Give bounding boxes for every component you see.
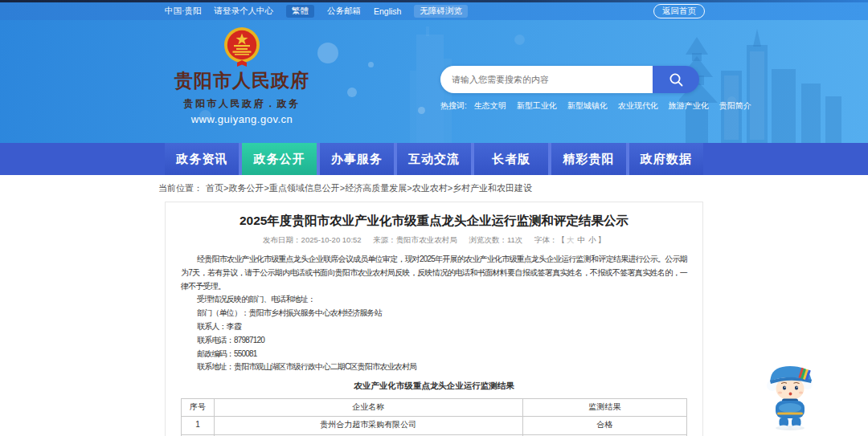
hot-search-word[interactable]: 农业现代化 bbox=[618, 100, 658, 112]
search-area: 热搜词: 生态文明新型工业化新型城镇化农业现代化旅游产业化贵阳简介 bbox=[440, 66, 699, 112]
contact-line: 联系人：李霞 bbox=[181, 320, 687, 334]
contact-line: 联系电话：87987120 bbox=[181, 334, 687, 348]
search-input[interactable] bbox=[440, 66, 653, 93]
city-skyline-pagoda bbox=[679, 22, 868, 143]
font-size-widget: 字体：【大中小】 bbox=[534, 235, 605, 244]
nav-item[interactable]: 政府数据 bbox=[629, 143, 703, 175]
table-header-cell: 企业名称 bbox=[214, 398, 522, 416]
back-home-button[interactable]: 返回首页 bbox=[653, 4, 705, 18]
article-title: 2025年度贵阳市农业产业化市级重点龙头企业运行监测和评定结果公示 bbox=[181, 213, 687, 230]
main-nav-bar: 政务资讯政务公开办事服务互动交流长者版精彩贵阳政府数据 bbox=[0, 143, 868, 175]
breadcrumb: 当前位置： 首页>政务公开>重点领域信息公开>经济高质量发展>农业农村>乡村产业… bbox=[0, 175, 868, 202]
topbar-inner: 中国·贵阳 请登录个人中心 繁體 公务邮箱 English 无障碍浏览 返回首页 bbox=[165, 4, 705, 18]
font-size-option[interactable]: 小 bbox=[588, 235, 596, 244]
bracket-open: 【 bbox=[557, 235, 565, 244]
site-subtitle: 贵阳市人民政府．政务 bbox=[165, 97, 319, 111]
article-card: 2025年度贵阳市农业产业化市级重点龙头企业运行监测和评定结果公示 发布日期：2… bbox=[165, 202, 703, 436]
topbar-traditional-chinese[interactable]: 繁體 bbox=[286, 5, 314, 18]
nav-item[interactable]: 长者版 bbox=[474, 143, 548, 175]
font-size-option[interactable]: 中 bbox=[577, 235, 585, 244]
hot-search-word[interactable]: 旅游产业化 bbox=[669, 100, 709, 112]
nav-item[interactable]: 互动交流 bbox=[397, 143, 471, 175]
publish-date: 发布日期：2025-10-20 10:52 bbox=[263, 235, 362, 244]
nav-item[interactable]: 政务资讯 bbox=[165, 143, 239, 175]
hot-search-word[interactable]: 贵阳简介 bbox=[719, 100, 751, 112]
contact-line: 部门（单位）：贵阳市乡村振兴服务中心农村经济服务站 bbox=[181, 307, 687, 320]
table-cell: 合格 bbox=[522, 416, 686, 434]
article-paragraph: 经贵阳市农业产业化市级重点龙头企业联席会议成员单位审定，现对2025年开展的农业… bbox=[181, 253, 687, 293]
hot-search-word[interactable]: 新型工业化 bbox=[517, 100, 557, 112]
article-source: 来源：贵阳市农业农村局 bbox=[373, 235, 457, 244]
font-size-option[interactable]: 大 bbox=[567, 235, 575, 244]
article-body: 经贵阳市农业产业化市级重点龙头企业联席会议成员单位审定，现对2025年开展的农业… bbox=[181, 253, 687, 436]
table-header-cell: 监测结果 bbox=[522, 398, 686, 416]
bokeh-dot bbox=[368, 62, 374, 67]
site-url: www.guiyang.gov.cn bbox=[165, 113, 319, 125]
hot-search-label: 热搜词: bbox=[440, 100, 467, 112]
nav-item[interactable]: 办事服务 bbox=[320, 143, 394, 175]
table-row: 1贵州合力超市采购有限公司合格 bbox=[182, 416, 687, 434]
contact-lines: 部门（单位）：贵阳市乡村振兴服务中心农村经济服务站联系人：李霞联系电话：8798… bbox=[181, 307, 687, 374]
contact-line: 联系地址：贵阳市观山湖区市级行政中心二期C区贵阳市农业农村局 bbox=[181, 361, 687, 374]
breadcrumb-label: 当前位置： bbox=[158, 182, 203, 194]
topbar-accessibility[interactable]: 无障碍浏览 bbox=[414, 5, 468, 18]
contact-line: 邮政编码：550081 bbox=[181, 348, 687, 361]
table-cell: 1 bbox=[182, 416, 215, 434]
site-name: 贵阳市人民政府 bbox=[165, 68, 319, 93]
bokeh-dot bbox=[347, 88, 357, 97]
topbar-official-mail[interactable]: 公务邮箱 bbox=[327, 6, 361, 17]
results-table-header-row: 序号企业名称监测结果 bbox=[182, 398, 687, 416]
results-table: 序号企业名称监测结果 1贵州合力超市采购有限公司合格2贵州友禾种业有限公司合格3… bbox=[181, 398, 687, 436]
mascot-assistant-icon[interactable] bbox=[762, 361, 818, 432]
bokeh-dot bbox=[514, 35, 525, 45]
hot-search-word[interactable]: 生态文明 bbox=[474, 100, 506, 112]
bokeh-dot bbox=[317, 43, 338, 63]
topbar: 中国·贵阳 请登录个人中心 繁體 公务邮箱 English 无障碍浏览 返回首页 bbox=[0, 2, 868, 20]
hot-search-word[interactable]: 新型城镇化 bbox=[567, 100, 608, 112]
topbar-english[interactable]: English bbox=[374, 6, 401, 16]
search-button[interactable] bbox=[653, 66, 699, 93]
nav-item[interactable]: 精彩贵阳 bbox=[551, 143, 625, 175]
page: 中国·贵阳 请登录个人中心 繁體 公务邮箱 English 无障碍浏览 返回首页 bbox=[0, 0, 868, 436]
main-nav: 政务资讯政务公开办事服务互动交流长者版精彩贵阳政府数据 bbox=[165, 143, 703, 175]
site-logo[interactable]: 贵阳市人民政府 贵阳市人民政府．政务 www.guiyang.gov.cn bbox=[165, 26, 319, 125]
results-table-body: 1贵州合力超市采购有限公司合格2贵州友禾种业有限公司合格3贵州黔五福食品有限公司… bbox=[182, 416, 687, 436]
view-count: 浏览次数：11次 bbox=[469, 235, 522, 244]
contact-intro: 受理情况反映的部门、电话和地址： bbox=[181, 293, 687, 307]
article-meta: 发布日期：2025-10-20 10:52 来源：贵阳市农业农村局 浏览次数：1… bbox=[181, 235, 687, 246]
search-icon bbox=[669, 72, 684, 88]
hot-search-words: 生态文明新型工业化新型城镇化农业现代化旅游产业化贵阳简介 bbox=[474, 100, 751, 112]
font-size-label: 字体： bbox=[534, 235, 558, 244]
nav-item[interactable]: 政务公开 bbox=[242, 143, 316, 175]
table-cell: 贵州合力超市采购有限公司 bbox=[214, 416, 522, 434]
bracket-close: 】 bbox=[597, 235, 605, 244]
results-table-caption: 农业产业化市级重点龙头企业运行监测结果 bbox=[181, 379, 687, 393]
search-box bbox=[440, 66, 699, 93]
header-banner: 贵阳市人民政府 贵阳市人民政府．政务 www.guiyang.gov.cn 热搜… bbox=[0, 20, 868, 143]
breadcrumb-path[interactable]: 首页>政务公开>重点领域信息公开>经济高质量发展>农业农村>乡村产业和农田建设 bbox=[206, 182, 532, 194]
topbar-login-link[interactable]: 请登录个人中心 bbox=[215, 6, 274, 17]
table-header-cell: 序号 bbox=[182, 398, 215, 416]
font-size-controls: 大中小 bbox=[565, 235, 598, 244]
topbar-region[interactable]: 中国·贵阳 bbox=[165, 6, 202, 17]
hot-search-row: 热搜词: 生态文明新型工业化新型城镇化农业现代化旅游产业化贵阳简介 bbox=[440, 100, 699, 112]
national-emblem-icon bbox=[223, 26, 260, 67]
